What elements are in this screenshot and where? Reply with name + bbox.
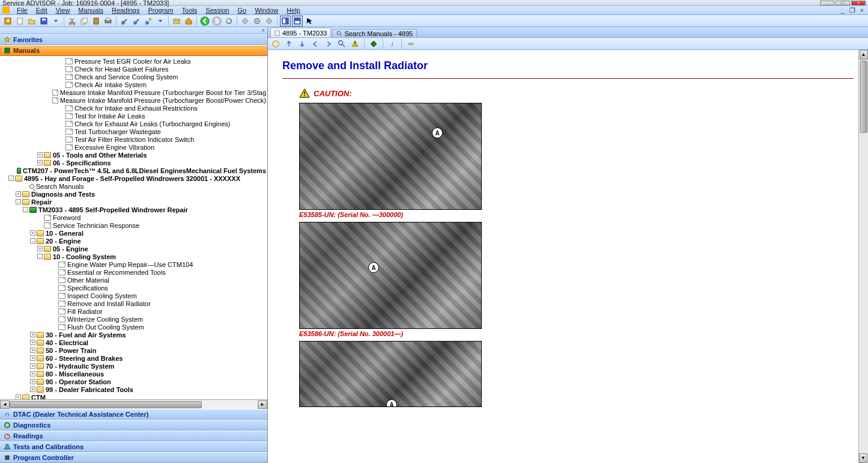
tree-node[interactable]: Essential or Recommended Tools [1,268,266,276]
menu-readings[interactable]: Readings [108,7,143,14]
expand-icon[interactable]: + [37,160,43,165]
connect2-icon[interactable] [131,16,142,26]
tree-node[interactable]: Pressure Test EGR Cooler for Air Leaks [1,57,266,65]
expand-icon[interactable]: + [30,332,35,337]
collapse-icon[interactable]: - [23,207,28,212]
panel-close-button[interactable]: × [0,27,267,34]
hscroll-thumb[interactable] [10,401,202,408]
new-job-icon[interactable]: ✶ [2,16,13,26]
prev-icon[interactable] [310,38,321,49]
mail-icon[interactable] [171,16,182,26]
diamond-green-icon[interactable] [368,38,379,49]
copy-icon[interactable] [79,16,90,26]
view-mode1-icon[interactable] [280,16,291,26]
tree-node[interactable]: Test for Intake Air Leaks [1,112,266,120]
back-icon[interactable] [199,16,210,26]
cut-icon[interactable] [67,16,77,26]
tree-node[interactable]: Check for Intake and Exhaust Restriction… [1,104,266,112]
connect3-icon[interactable] [143,16,154,26]
tree-node[interactable]: Specifications [1,284,266,292]
tree-node[interactable]: Service Technician Response [1,221,266,229]
menu-program[interactable]: Program [144,7,177,14]
tree-node[interactable]: +40 - Electrical [1,339,266,346]
refresh-icon[interactable] [223,16,234,26]
link-icon[interactable] [405,38,416,49]
section-diagnostics[interactable]: Diagnostics [0,420,267,431]
menu-view[interactable]: View [52,7,74,14]
expand-icon[interactable]: + [30,379,35,384]
new-doc-icon[interactable] [14,16,25,26]
tree-node[interactable]: CTM207 - PowerTech™ 4.5L and 6.8LDiesel … [1,167,266,174]
gear-icon[interactable] [252,16,263,26]
diamond2-icon[interactable] [264,16,275,26]
expand-icon[interactable]: + [30,355,35,361]
tree-node[interactable]: +Diagnosis and Tests [1,190,266,198]
minimize-button[interactable]: _ [820,1,834,5]
save-dropdown-icon[interactable] [50,16,61,26]
section-tests[interactable]: Tests and Calibrations [0,441,267,452]
tree-node[interactable]: Measure Intake Manifold Pressure (Turboc… [1,88,266,96]
manuals-tree[interactable]: Pressure Test EGR Cooler for Air LeaksCh… [0,56,267,399]
tree-node[interactable]: Check and Service Cooling System [1,73,266,81]
tree-node[interactable]: +50 - Power Train [1,346,266,354]
vscroll-down[interactable]: ▼ [859,453,867,463]
tree-node[interactable]: Excessive Engine Vibration [1,143,266,151]
find-icon[interactable] [336,38,347,49]
content-vscrollbar[interactable]: ▲ ▼ [858,50,868,463]
collapse-icon[interactable]: - [16,199,21,204]
tree-node[interactable]: +30 - Fuel and Air Systems [1,331,266,339]
tree-node[interactable]: +99 - Dealer Fabricated Tools [1,385,266,393]
section-manuals[interactable]: Manuals [0,45,267,56]
menu-go[interactable]: Go [234,7,250,14]
expand-icon[interactable]: + [37,152,43,158]
hscroll-right[interactable]: ► [258,400,267,409]
tree-node[interactable]: Foreword [1,213,266,221]
mdi-minimize[interactable]: _ [839,7,846,14]
collapse-icon[interactable]: - [30,238,35,244]
view-mode2-icon[interactable] [292,16,303,26]
tree-node[interactable]: +10 - General [1,229,266,237]
expand-icon[interactable]: + [30,371,35,376]
expand-icon[interactable]: + [16,394,21,399]
warn-icon[interactable]: ! [350,38,360,49]
tree-node[interactable]: +90 - Operator Station [1,378,266,385]
menu-tools[interactable]: Tools [178,7,201,14]
tree-node[interactable]: Remove and Install Radiator [1,299,266,307]
section-program[interactable]: Program Controller [0,452,267,463]
tree-node[interactable]: Check for Exhaust Air Leaks (Turbocharge… [1,120,266,127]
diamond1-icon[interactable] [240,16,250,26]
paste-icon[interactable] [91,16,102,26]
top-icon[interactable] [284,38,294,49]
expand-icon[interactable]: + [37,246,43,251]
tree-node[interactable]: Inspect Cooling System [1,292,266,299]
vscroll-thumb[interactable] [860,61,867,133]
vscroll-up[interactable]: ▲ [860,50,868,60]
tree-node[interactable]: Check Air Intake System [1,81,266,88]
tree-hscrollbar[interactable]: ◄ ► [0,399,267,409]
tab-search[interactable]: Search Manuals - 4895 [332,29,417,37]
hscroll-left[interactable]: ◄ [0,400,10,409]
tree-node[interactable]: -4895 - Hay and Forage - Self-Propelled … [1,174,266,182]
tree-node[interactable]: Other Material [1,276,266,284]
tree-node[interactable]: Search Manuals [1,182,266,190]
close-button[interactable]: × [851,1,866,5]
next-icon[interactable] [323,38,334,49]
tree-node[interactable]: Test Air Filter Restriction Indicator Sw… [1,135,266,143]
tree-node[interactable]: -10 - Cooling System [1,253,266,260]
tree-node[interactable]: -20 - Engine [1,237,266,245]
tree-node[interactable]: -Repair [1,198,266,206]
save-icon[interactable] [38,16,49,26]
tree-node[interactable]: +05 - Tools and Other Materials [1,151,266,159]
print-icon[interactable] [103,16,114,26]
connect-dropdown-icon[interactable] [155,16,166,26]
connect1-icon[interactable] [119,16,130,26]
section-readings[interactable]: Readings [0,431,267,441]
tree-node[interactable]: Measure Intake Manifold Pressure (Turboc… [1,96,266,104]
open-icon[interactable] [26,16,37,26]
collapse-icon[interactable]: - [37,254,43,259]
down-icon[interactable] [297,38,308,49]
maximize-button[interactable]: □ [836,1,850,5]
menu-session[interactable]: Session [202,7,232,14]
menu-help[interactable]: Help [283,7,304,14]
tree-node[interactable]: Winterize Cooling System [1,315,266,323]
